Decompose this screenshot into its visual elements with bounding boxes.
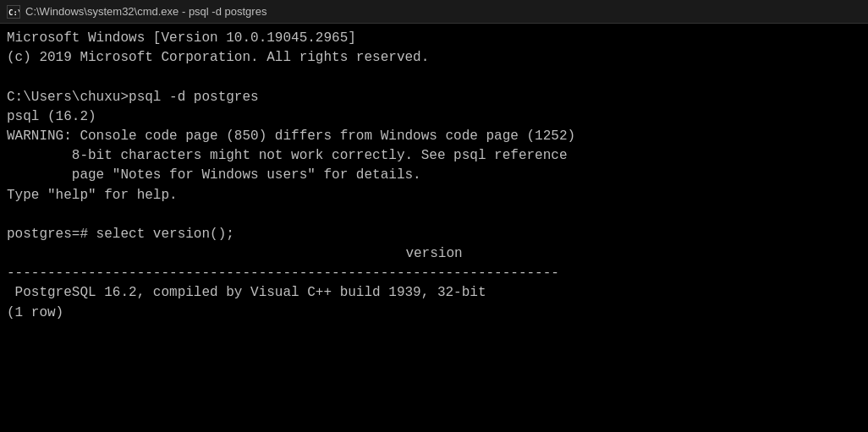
cmd-icon: C:\ [7,5,20,19]
title-bar-text: C:\Windows\system32\cmd.exe - psql -d po… [25,5,266,18]
terminal-line: postgres=# select version(); [7,225,861,244]
svg-text:C:\: C:\ [8,8,19,17]
terminal-line: Microsoft Windows [Version 10.0.19045.29… [7,29,861,48]
terminal-line [7,205,861,225]
terminal-line [7,68,861,87]
terminal-line: (c) 2019 Microsoft Corporation. All righ… [7,48,861,68]
terminal-line: PostgreSQL 16.2, compiled by Visual C++ … [7,283,861,303]
terminal-line: ----------------------------------------… [7,264,861,283]
terminal-line: page "Notes for Windows users" for detai… [7,166,861,185]
terminal-line: (1 row) [7,303,861,323]
terminal-line: psql (16.2) [7,107,861,127]
terminal-line: version [7,244,861,264]
terminal-body[interactable]: Microsoft Windows [Version 10.0.19045.29… [0,24,868,432]
terminal-line: WARNING: Console code page (850) differs… [7,127,861,146]
terminal-line: C:\Users\chuxu>psql -d postgres [7,88,861,107]
title-bar: C:\ C:\Windows\system32\cmd.exe - psql -… [0,0,868,24]
terminal-line: Type "help" for help. [7,186,861,205]
terminal-line: 8-bit characters might not work correctl… [7,146,861,166]
